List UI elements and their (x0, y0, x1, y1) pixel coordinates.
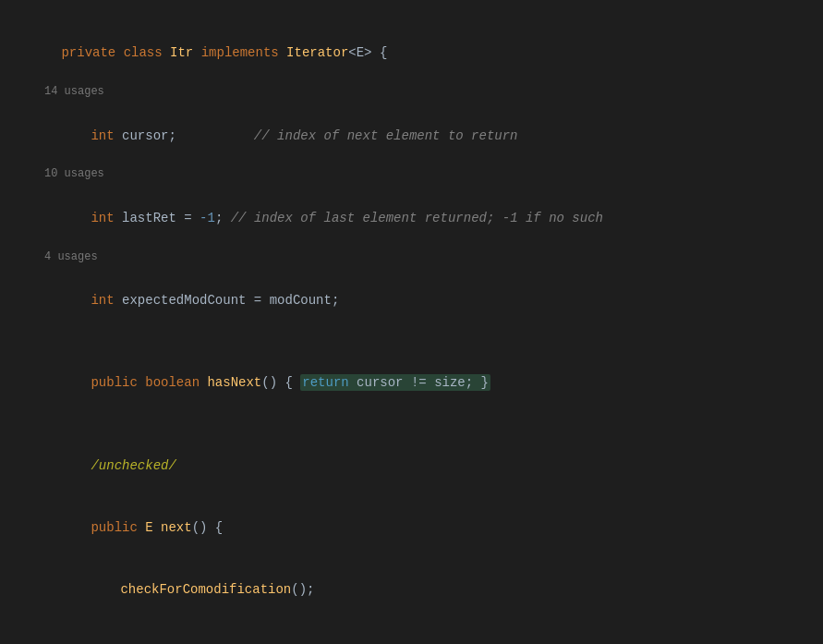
keyword-boolean: boolean (145, 375, 207, 390)
annotation-unchecked: /unchecked/ (91, 458, 175, 473)
keyword-implements: implements (201, 45, 286, 60)
usages-4: 4 usages (15, 249, 808, 270)
line-next-sig: public E next() { (15, 497, 808, 559)
highlight-return-block: return cursor != size; } (300, 374, 490, 391)
usages-10: 10 usages (15, 166, 808, 187)
var-cursor: cursor (122, 128, 168, 143)
code-viewer: private class Itr implements Iterator<E>… (0, 15, 823, 644)
paren-open: () { (261, 375, 300, 390)
line-lastret: int lastRet = -1; // index of last eleme… (15, 187, 808, 249)
line-hasnext: public boolean hasNext() { return cursor… (15, 352, 808, 414)
neq-op: != (411, 375, 434, 390)
var-expectedmodcount: expectedModCount (122, 293, 254, 308)
next-paren: () { (192, 520, 224, 535)
line-blank1 (15, 332, 808, 352)
num-neg1: -1 (200, 211, 215, 225)
keyword-public: public (91, 375, 145, 390)
method-hasnext: hasNext (207, 375, 261, 390)
semi: ; (215, 211, 231, 225)
line-annotation: /unchecked/ (15, 435, 808, 497)
classname-itr: Itr (170, 45, 201, 60)
comment-lastret: // index of last element returned; -1 if… (231, 211, 603, 225)
var-cursor-return: cursor (357, 375, 411, 390)
sc: ; (332, 293, 339, 308)
method-checkforcomod: checkForComodification (120, 582, 291, 597)
semicolon: ; (168, 128, 175, 143)
line-class: private class Itr implements Iterator<E>… (15, 22, 808, 84)
size-ref: size (434, 375, 466, 390)
checkfor-paren: (); (291, 582, 314, 597)
type-e: E (145, 520, 161, 535)
keyword-return: return (302, 375, 357, 390)
modcount: modCount (270, 293, 332, 308)
line-blank2 (15, 414, 808, 434)
line-int-i: int i = cursor; (15, 621, 808, 644)
keyword-int-lastret: int (91, 211, 122, 225)
generic-e: <E> { (348, 45, 387, 60)
equals: = (184, 211, 200, 225)
line-cursor: int cursor; // index of next element to … (15, 104, 808, 166)
keyword-private: private (61, 45, 123, 60)
usage-count-10: 10 usages (44, 166, 104, 182)
keyword-int-expected: int (91, 293, 122, 308)
usage-count-4: 4 usages (44, 249, 98, 265)
keyword-class: class (124, 45, 170, 60)
usages-14: 14 usages (15, 84, 808, 104)
keyword-public-next: public (91, 520, 145, 535)
usage-count-14: 14 usages (44, 84, 104, 100)
classname-iterator: Iterator (286, 45, 348, 60)
line-checkfor: checkForComodification(); (15, 559, 808, 621)
comment-cursor: // index of next element to return (176, 128, 518, 143)
keyword-int: int (91, 128, 122, 143)
method-next: next (161, 520, 192, 535)
end-brace: ; } (466, 375, 489, 390)
line-expectedmodcount: int expectedModCount = modCount; (15, 270, 808, 332)
var-lastret: lastRet (122, 211, 184, 225)
eq: = (254, 293, 270, 308)
